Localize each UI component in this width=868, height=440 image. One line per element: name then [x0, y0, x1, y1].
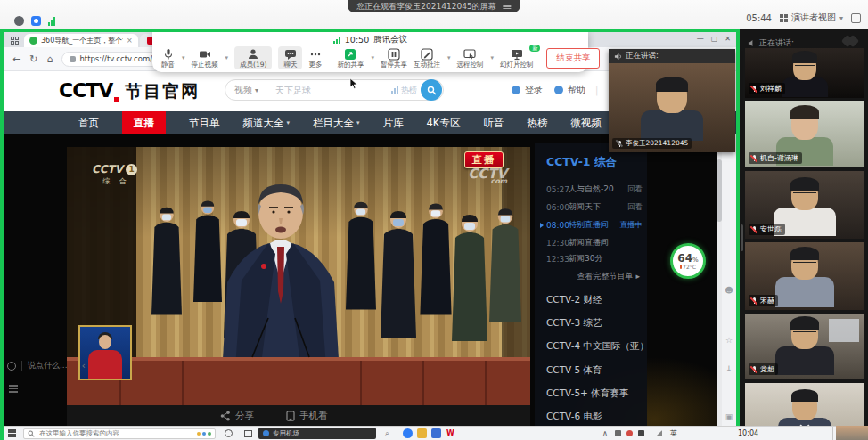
start-button[interactable] [8, 427, 16, 440]
help-link[interactable]: 帮助 [568, 84, 585, 96]
nav-4k[interactable]: 4K专区 [427, 117, 461, 130]
nav-library[interactable]: 片库 [383, 117, 404, 130]
stop-video-button[interactable]: 停止视频 [192, 48, 218, 69]
playlist-icon[interactable] [9, 385, 18, 393]
channel-item-cctv6[interactable]: CCTV-6 电影 [546, 411, 602, 423]
participant-tile[interactable]: 党超 [745, 314, 864, 379]
chevron-down-icon[interactable]: ▾ [447, 54, 451, 61]
search-category-dropdown[interactable]: 视频 ▾ [234, 84, 258, 96]
collapse-chat-icon[interactable]: ‹ [82, 360, 86, 371]
schedule-row[interactable]: 06:00 朝闻天下 回看 [546, 201, 643, 213]
chevron-down-icon[interactable]: ▾ [182, 54, 185, 61]
participant-tile[interactable]: 刘祥麟 [745, 48, 864, 98]
chat-button[interactable]: 聊天 [278, 46, 302, 70]
schedule-row[interactable]: 05:27 人与自然-2022-220 回看 [546, 183, 643, 195]
chevron-down-icon[interactable]: ▾ [490, 54, 494, 61]
participant-tile[interactable]: 机自-谢涵琳 [745, 101, 864, 167]
channel-item-cctv3[interactable]: CCTV-3 综艺 [546, 317, 602, 330]
hot-label[interactable]: 热榜 [401, 85, 417, 96]
mute-button[interactable]: 静音 [161, 48, 175, 69]
fullscreen-icon[interactable] [851, 13, 861, 23]
mobile-watch-button[interactable]: 手机看 [286, 410, 328, 422]
tray-expand-icon[interactable]: ∧ [602, 427, 608, 440]
annotate-button[interactable]: 互动批注 [414, 48, 440, 69]
slide-control-button[interactable]: 新 幻灯片控制 [500, 48, 534, 69]
cortana-button[interactable] [225, 427, 233, 440]
nav-channels[interactable]: 频道大全▾ [243, 117, 291, 130]
view-mode-button[interactable]: 演讲者视图 ▾ [780, 12, 843, 24]
danmu-input[interactable]: 说点什么... [28, 360, 68, 371]
nav-hot[interactable]: 热榜 [527, 117, 547, 130]
schedule-badge[interactable]: 回看 [627, 202, 643, 213]
schedule-row[interactable]: 12:30 新闻直播间 [546, 237, 643, 249]
tray-app-icon[interactable] [626, 427, 633, 440]
ime-indicator[interactable]: 英 [670, 427, 677, 440]
search-input[interactable] [274, 85, 391, 96]
side-star-icon[interactable]: ☆ [725, 336, 733, 345]
tab-grid-icon[interactable] [11, 37, 19, 45]
end-share-button[interactable]: 结束共享 [546, 48, 600, 69]
system-gauge-ball[interactable]: 64% 72°C [670, 243, 706, 279]
nav-live[interactable]: 直播 [122, 111, 166, 134]
cctv-logo[interactable]: CCTV 节目官网 [59, 79, 200, 103]
full-schedule-link[interactable]: 查看完整节目单 ▸ [577, 271, 640, 282]
share-button[interactable]: 分享 [220, 410, 254, 422]
nav-columns[interactable]: 栏目大全▾ [313, 117, 360, 130]
home-icon[interactable]: ⌂ [46, 53, 53, 65]
members-button[interactable]: 成员(19) [234, 46, 272, 70]
nav-program-list[interactable]: 节目单 [189, 117, 220, 130]
refresh-icon[interactable]: ↻ [29, 53, 37, 65]
speaking-window[interactable]: 正在讲话: 李俊玉2021412045 [609, 49, 735, 152]
side-download-icon[interactable]: ↓ [725, 364, 733, 373]
taskbar-search-input[interactable] [37, 428, 194, 438]
live-video-player[interactable]: CCTV1 综 合 直播 CCTV com [67, 147, 530, 405]
channel-item-cctv5plus[interactable]: CCTV-5+ 体育赛事 [546, 387, 628, 400]
taskbar-app-browser[interactable] [403, 427, 413, 440]
minimize-icon[interactable]: — [697, 35, 704, 43]
search-button[interactable] [421, 79, 442, 101]
site-search-box[interactable]: 视频 ▾ 热榜 [225, 79, 444, 101]
watching-banner[interactable]: 您正在观看李俊玉2021412045的屏幕 [348, 0, 520, 12]
schedule-badge[interactable]: 回看 [627, 184, 643, 195]
nav-microvideo[interactable]: 微视频 [570, 117, 602, 130]
emoji-icon[interactable] [7, 362, 16, 371]
remote-control-button[interactable]: 远程控制 [456, 48, 483, 69]
channel-item-cctv4[interactable]: CCTV-4 中文国际（亚） [546, 340, 649, 353]
nav-home[interactable]: 首页 [78, 117, 99, 130]
side-user-icon[interactable]: ☻ [725, 286, 733, 295]
sidebar-scrollbar[interactable] [741, 224, 743, 251]
banner-menu-icon[interactable] [504, 4, 512, 10]
taskbar-app-mail[interactable] [431, 427, 441, 440]
tray-network-icon[interactable] [656, 427, 662, 440]
chevron-down-icon[interactable]: ▾ [225, 54, 229, 61]
schedule-row-live[interactable]: 08:00 特别直播间 直播中 [546, 219, 643, 231]
tab-close-icon[interactable]: × [127, 37, 133, 45]
task-view-button[interactable] [244, 427, 252, 440]
pause-share-button[interactable]: 暂停共享 [381, 48, 407, 69]
channel-item-cctv5[interactable]: CCTV-5 体育 [546, 364, 602, 377]
more-button[interactable]: 更多 [308, 48, 322, 69]
maximize-icon[interactable]: ▢ [711, 35, 718, 43]
tray-volume-icon[interactable] [615, 427, 621, 440]
taskbar-search[interactable] [23, 428, 216, 439]
channel-item-cctv2[interactable]: CCTV-2 财经 [546, 294, 602, 306]
taskbar-widget[interactable]: 专用机场 [258, 428, 376, 439]
new-share-button[interactable]: 新的共享 [337, 48, 364, 69]
close-icon[interactable]: ✕ [725, 35, 731, 43]
login-link[interactable]: 登录 [525, 84, 543, 96]
back-icon[interactable]: ← [12, 53, 20, 65]
show-desktop-button[interactable] [832, 427, 836, 440]
nav-audio[interactable]: 听音 [483, 117, 504, 130]
browser-tab-360[interactable]: 360导航_一个主页，整个世界 × [24, 34, 138, 47]
taskbar-app-explorer[interactable] [417, 427, 427, 440]
participant-tile[interactable]: 宋赫 [745, 242, 864, 310]
taskbar-app-wps[interactable]: W [446, 427, 455, 440]
channel-title[interactable]: CCTV-1 综合 [546, 155, 617, 170]
tray-display-icon[interactable] [638, 427, 644, 440]
participant-tile[interactable]: 安世磊 [745, 171, 864, 239]
chevron-down-icon[interactable]: ▾ [371, 54, 374, 61]
tray-clock[interactable]: 10:04 [738, 427, 758, 440]
search-glyph-icon[interactable]: ⌕ [385, 427, 389, 440]
schedule-row[interactable]: 12:33 新闻30分 [546, 253, 643, 265]
side-capture-icon[interactable]: ▣ [725, 412, 733, 421]
